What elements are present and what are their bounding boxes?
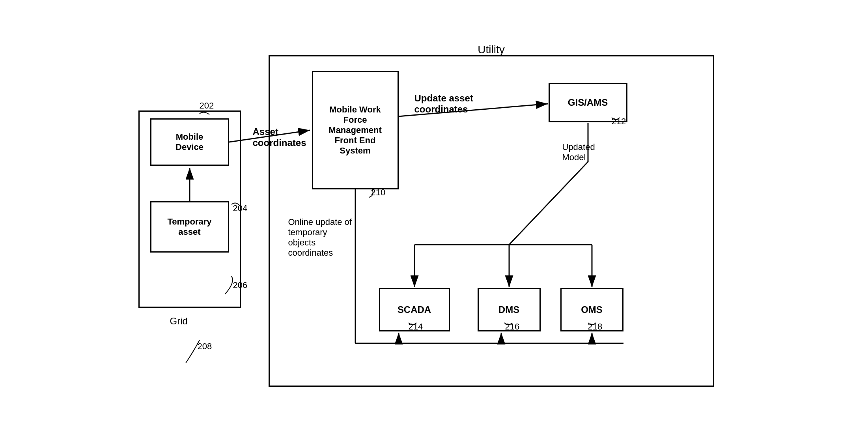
asset-coordinates-label: Assetcoordinates: [253, 126, 306, 148]
ref-202: 202: [200, 101, 214, 111]
ref-206: 206: [233, 280, 248, 290]
ref-210: 210: [371, 187, 386, 198]
mwf-box: Mobile WorkForceManagementFront EndSyste…: [312, 71, 399, 189]
ref-208: 208: [198, 341, 212, 352]
ref-214: 214: [409, 322, 423, 332]
ref-204: 204: [233, 203, 248, 213]
mobile-device-box: MobileDevice: [150, 118, 229, 166]
temp-asset-box: Temporaryasset: [150, 201, 229, 253]
diagram: Utility MobileDevice Temporaryasset Mobi…: [138, 32, 730, 406]
ref-212: 212: [612, 116, 626, 127]
ref-218: 218: [588, 322, 603, 332]
grid-label: Grid: [170, 316, 188, 327]
update-asset-label: Update assetcoordinates: [414, 93, 473, 115]
ref-216: 216: [505, 322, 520, 332]
updated-model-label: UpdatedModel: [562, 142, 595, 163]
online-update-label: Online update oftemporaryobjectscoordina…: [288, 217, 352, 258]
utility-label: Utility: [269, 43, 714, 56]
